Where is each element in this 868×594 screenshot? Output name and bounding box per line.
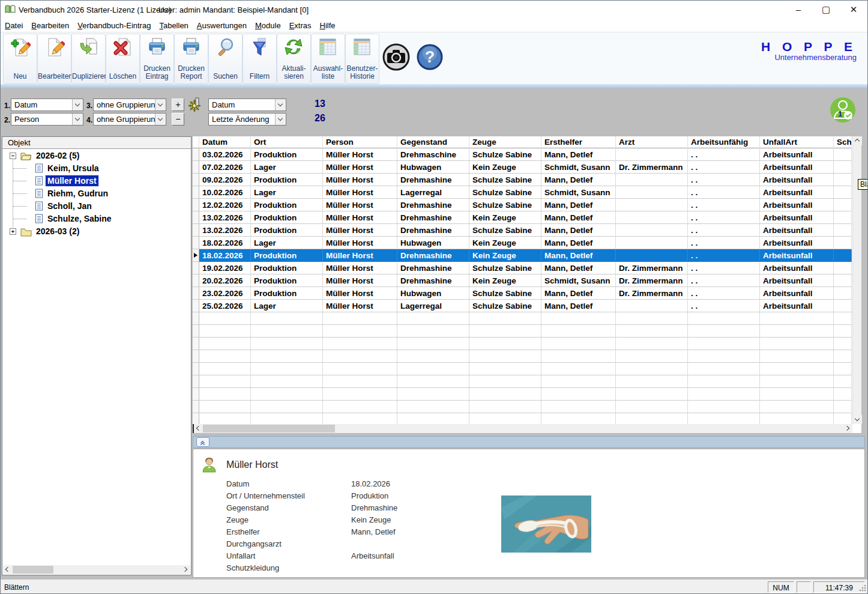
row-selector[interactable] — [193, 312, 199, 325]
group1-combobox[interactable]: Datum — [11, 98, 83, 111]
table-row[interactable]: 12.02.2026ProduktionMüller HorstDrehmash… — [193, 199, 852, 211]
toolbar-button-l-schen[interactable]: Löschen — [106, 34, 140, 84]
table-row[interactable] — [193, 312, 852, 325]
table-row[interactable]: 18.02.2026LagerMüller HorstHubwagenKein … — [193, 237, 852, 249]
table-row[interactable] — [193, 375, 852, 388]
row-selector[interactable] — [193, 148, 199, 161]
row-selector[interactable] — [193, 186, 199, 199]
row-selector[interactable] — [193, 161, 199, 174]
table-row[interactable] — [193, 338, 852, 350]
scroll-left-arrow[interactable] — [193, 424, 202, 433]
toolbar-button-aktuali-sieren[interactable]: Aktuali-sieren — [277, 34, 311, 84]
column-header-gegenstand[interactable]: Gegenstand — [397, 136, 469, 148]
tree-node-riehm-gudrun[interactable]: Riehm, Gudrun — [2, 187, 191, 200]
group-settings-icon[interactable] — [188, 97, 202, 112]
menu-auswertungen[interactable]: Auswertungen — [193, 19, 251, 30]
tree-expander-plus[interactable] — [10, 228, 16, 235]
table-row[interactable] — [193, 325, 852, 338]
remove-grouping-button[interactable]: − — [172, 113, 184, 126]
table-row[interactable]: 23.02.2026ProduktionMüller HorstHubwagen… — [193, 287, 852, 300]
row-selector[interactable] — [193, 199, 199, 211]
toolbar-button-help[interactable]: ? — [415, 34, 445, 84]
tree-node-scholl-jan[interactable]: Scholl, Jan — [2, 200, 191, 213]
column-header-datum[interactable]: Datum — [199, 136, 251, 148]
scroll-down-arrow[interactable] — [853, 415, 862, 424]
tree-node-keim-ursula[interactable]: Keim, Ursula — [2, 162, 191, 175]
row-selector[interactable] — [193, 375, 199, 388]
row-selector[interactable] — [193, 249, 199, 262]
tree-node-2026-02-5[interactable]: 2026-02 (5) — [2, 150, 191, 162]
row-selector[interactable] — [193, 325, 199, 338]
row-selector[interactable] — [193, 237, 199, 249]
table-row[interactable] — [193, 363, 852, 375]
menu-hilfe[interactable]: Hilfe — [315, 19, 339, 30]
tree-horizontal-scrollbar[interactable] — [3, 565, 190, 574]
scrollbar-thumb[interactable] — [203, 425, 335, 432]
group1-dropdown-button[interactable] — [72, 99, 83, 111]
group3-combobox[interactable]: ohne Gruppierung — [93, 98, 166, 111]
sort1-dropdown-button[interactable] — [275, 99, 286, 111]
table-row[interactable]: 18.02.2026ProduktionMüller HorstDrehmash… — [193, 249, 852, 262]
collapse-detail-button[interactable] — [196, 437, 209, 447]
menu-module[interactable]: Module — [251, 19, 285, 30]
table-horizontal-scrollbar[interactable] — [193, 424, 852, 433]
add-grouping-button[interactable]: + — [172, 98, 184, 111]
table-row[interactable]: 03.02.2026ProduktionMüller HorstDrehmasc… — [193, 148, 852, 161]
column-header-ersthelfer[interactable]: Ersthelfer — [541, 136, 616, 148]
row-selector[interactable] — [193, 401, 199, 413]
sort2-combobox[interactable]: Letzte Änderung — [208, 113, 286, 126]
column-header-arzt[interactable]: Arzt — [616, 136, 688, 148]
table-row[interactable]: 20.02.2026ProduktionMüller HorstDrehmash… — [193, 274, 852, 287]
column-header-arbeitsunf-hig[interactable]: Arbeitsunfähig — [688, 136, 760, 148]
table-row[interactable]: 10.02.2026LagerMüller HorstLagerregalSch… — [193, 186, 852, 199]
menu-verbandbuch-eintrag[interactable]: Verbandbuch-Eintrag — [73, 19, 155, 30]
toolbar-button-benutzer-historie[interactable]: Benutzer-Historie — [345, 34, 379, 84]
group3-dropdown-button[interactable] — [155, 99, 166, 111]
table-row[interactable]: 13.02.2026ProduktionMüller HorstDrehmash… — [193, 211, 852, 224]
tree-node-m-ller-horst[interactable]: Müller Horst — [2, 175, 191, 187]
row-selector[interactable] — [193, 262, 199, 274]
toolbar-button-duplizieren[interactable]: Duplizieren — [71, 34, 106, 84]
row-selector[interactable] — [193, 224, 199, 237]
row-selector[interactable] — [193, 287, 199, 300]
group2-combobox[interactable]: Person — [11, 113, 83, 126]
group4-dropdown-button[interactable] — [155, 114, 166, 125]
sort2-dropdown-button[interactable] — [275, 114, 286, 125]
row-selector[interactable] — [193, 300, 199, 312]
row-selector[interactable] — [193, 211, 199, 224]
column-header-zeuge[interactable]: Zeuge — [469, 136, 541, 148]
toolbar-button-drucken-eintrag[interactable]: DruckenEintrag — [140, 34, 174, 84]
menu-bearbeiten[interactable]: Bearbeiten — [27, 19, 73, 30]
table-row[interactable]: 13.02.2026ProduktionMüller HorstDrehmash… — [193, 224, 852, 237]
toolbar-button-neu[interactable]: Neu — [3, 34, 37, 84]
scroll-left-arrow[interactable] — [3, 565, 12, 574]
group2-dropdown-button[interactable] — [72, 114, 83, 125]
scroll-up-arrow[interactable] — [853, 136, 862, 145]
table-row[interactable] — [193, 350, 852, 363]
toolbar-button-suchen[interactable]: Suchen — [208, 34, 243, 84]
table-row[interactable] — [193, 401, 852, 413]
toolbar-button-auswahl-liste[interactable]: Auswahl-liste — [311, 34, 345, 84]
resize-grip[interactable] — [859, 584, 866, 592]
row-selector[interactable] — [193, 350, 199, 363]
table-row[interactable]: 19.02.2026ProduktionMüller HorstDrehmash… — [193, 262, 852, 274]
column-header-person[interactable]: Person — [323, 136, 397, 148]
menu-tabellen[interactable]: Tabellen — [155, 19, 192, 30]
maximize-button[interactable]: ▢ — [812, 1, 840, 19]
table-row[interactable]: 09.02.2026ProduktionMüller HorstDrehmash… — [193, 174, 852, 186]
tree-node-2026-03-2[interactable]: 2026-03 (2) — [2, 225, 191, 238]
column-header-sch[interactable]: Sch — [834, 136, 852, 148]
toolbar-button-bearbeiten[interactable]: Bearbeiten — [37, 34, 71, 84]
table-row[interactable]: 07.02.2026LagerMüller HorstHubwagenKein … — [193, 161, 852, 174]
sort1-combobox[interactable]: Datum — [208, 98, 286, 111]
column-header-unfallart[interactable]: UnfallArt — [760, 136, 834, 148]
table-row[interactable] — [193, 388, 852, 401]
scrollbar-thumb[interactable] — [13, 566, 53, 574]
tree-node-schulze-sabine[interactable]: Schulze, Sabine — [2, 213, 191, 225]
toolbar-button-camera[interactable] — [381, 34, 411, 84]
row-selector[interactable] — [193, 363, 199, 375]
close-button[interactable]: ✕ — [840, 1, 867, 19]
menu-datei[interactable]: Datei — [1, 19, 27, 30]
column-header-ort[interactable]: Ort — [251, 136, 323, 148]
toolbar-button-filtern[interactable]: Filtern — [243, 34, 277, 84]
